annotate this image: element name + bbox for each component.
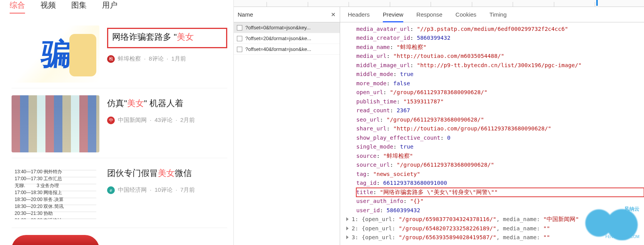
checkbox[interactable] — [237, 47, 242, 52]
requests-header: Name — [238, 11, 253, 18]
tab-headers[interactable]: Headers — [348, 11, 370, 18]
feed-tabs: 综合 视频 图集 用户 — [0, 0, 233, 15]
article-list[interactable]: 骗 网络诈骗套路多 "美女 检 蚌埠检察 8评论 1月前 仿真"美女" 机器人着 — [0, 15, 233, 245]
article-title[interactable]: 网络诈骗套路多 "美女 — [107, 28, 227, 48]
content-feed-panel: 综合 视频 图集 用户 骗 网络诈骗套路多 "美女 检 蚌埠检察 8评论 1月前 — [0, 0, 234, 245]
tab-user[interactable]: 用户 — [102, 0, 117, 13]
source-icon: 检 — [107, 55, 115, 63]
article-source[interactable]: 中国经济网 — [118, 186, 147, 194]
article-comments[interactable]: 43评论 — [147, 117, 173, 124]
network-request-list: Name ✕ ?offset=0&format=json&key... ?off… — [234, 7, 340, 245]
article-time: 1月前 — [164, 55, 186, 63]
article-meta: e 中国经济网 10评论 7月前 — [107, 186, 227, 194]
tab-timing[interactable]: Timing — [490, 11, 506, 18]
article-meta: 检 蚌埠检察 8评论 1月前 — [107, 55, 227, 63]
tab-video[interactable]: 视频 — [40, 0, 56, 13]
json-preview[interactable]: media_avatar_url: "//p3.pstatp.com/mediu… — [340, 22, 644, 245]
network-request-row[interactable]: ?offset=0&format=json&key... — [234, 22, 340, 33]
article-source[interactable]: 中国新闻网 — [118, 117, 147, 124]
tab-comprehensive[interactable]: 综合 — [10, 0, 25, 14]
article-thumbnail — [12, 235, 99, 245]
close-icon[interactable]: ✕ — [331, 11, 336, 18]
article-thumbnail — [12, 95, 99, 152]
article-thumbnail: 骗 — [12, 25, 99, 83]
source-icon: 中 — [107, 117, 115, 124]
tab-preview[interactable]: Preview — [383, 11, 403, 22]
article-comments[interactable]: 8评论 — [141, 55, 164, 63]
devtools-panel: Name ✕ ?offset=0&format=json&key... ?off… — [234, 0, 644, 245]
checkbox[interactable] — [237, 25, 242, 30]
network-timeline[interactable] — [234, 0, 644, 7]
tab-cookies[interactable]: Cookies — [456, 11, 476, 18]
tab-response[interactable]: Response — [416, 11, 443, 18]
timeline-marker[interactable] — [596, 0, 598, 6]
tab-gallery[interactable]: 图集 — [71, 0, 87, 13]
detail-tabs: Headers Preview Response Cookies Timing — [340, 7, 644, 22]
article-item[interactable]: 骗 网络诈骗套路多 "美女 检 蚌埠检察 8评论 1月前 — [12, 19, 227, 88]
article-thumbnail: 13:40—17:00 例外特办 17:00—17:30 工作汇总 无聊. 3 … — [12, 165, 99, 222]
article-meta: 中 中国新闻网 43评论 2月前 — [107, 117, 227, 124]
article-comments[interactable]: 10评论 — [147, 186, 173, 194]
article-title[interactable]: 团伙专门假冒美女微信 — [107, 167, 227, 179]
article-item[interactable]: 13:40—17:00 例外特办 17:00—17:30 工作汇总 无聊. 3 … — [12, 158, 227, 228]
network-request-row[interactable]: ?offset=20&format=json&ke... — [234, 33, 340, 44]
checkbox[interactable] — [237, 36, 242, 41]
article-source[interactable]: 蚌埠检察 — [118, 55, 141, 63]
network-request-row[interactable]: ?offset=40&format=json&ke... — [234, 44, 340, 55]
source-icon: e — [107, 186, 115, 194]
article-time: 2月前 — [173, 117, 195, 124]
article-item[interactable]: 仿真"美女" 机器人着 中 中国新闻网 43评论 2月前 — [12, 88, 227, 158]
article-title[interactable]: 仿真"美女" 机器人着 — [107, 98, 227, 110]
article-time: 7月前 — [173, 186, 195, 194]
request-detail: Headers Preview Response Cookies Timing … — [340, 7, 644, 245]
article-item[interactable] — [12, 228, 227, 245]
